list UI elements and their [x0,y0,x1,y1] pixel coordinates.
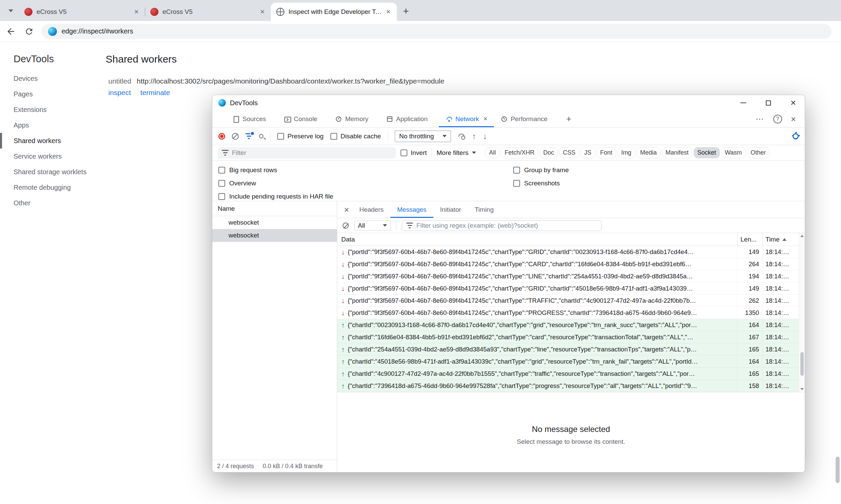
devtools-tab[interactable]: Performance [494,111,559,127]
scrollbar-thumb[interactable] [800,352,804,376]
back-button[interactable] [3,24,18,39]
browser-tab[interactable]: Inspect with Edge Developer Tools × [271,3,397,21]
websocket-message-row[interactable]: {"portId":"9f3f5697-60b4-46b7-8e60-89f4b… [337,270,805,283]
request-type-chip[interactable]: All [485,147,500,158]
close-devtools-icon[interactable]: × [791,115,796,124]
request-type-chip[interactable]: Socket [694,147,720,158]
websocket-message-row[interactable]: {"chartId":"16fd6e04-8384-4bb5-b91f-ebd3… [337,331,805,343]
column-data[interactable]: Data [337,233,738,246]
group-by-frame-option[interactable]: Group by frame [513,163,569,177]
more-filters-dropdown[interactable]: More filters [437,149,476,157]
invert-option[interactable]: Invert [400,149,427,157]
websocket-message-row[interactable]: {"portId":"9f3f5697-60b4-46b7-8e60-89f4b… [337,246,805,258]
tab-search-button[interactable] [4,4,18,18]
tab-close-icon[interactable]: × [383,7,393,17]
websocket-message-row[interactable]: {"portId":"9f3f5697-60b4-46b7-8e60-89f4b… [337,258,805,270]
detail-tab[interactable]: Headers [353,201,390,218]
detail-tab[interactable]: Timing [468,201,500,218]
browser-tab[interactable]: eCross V5 × [145,3,271,21]
search-icon[interactable] [259,134,263,138]
request-type-chip[interactable]: CSS [559,147,579,158]
disable-cache-checkbox[interactable] [330,133,337,140]
tab-close-icon[interactable]: × [257,7,268,17]
overview-checkbox[interactable] [218,180,225,187]
screenshots-option[interactable]: Screenshots [513,177,569,190]
export-har-icon[interactable]: ↑ [472,132,476,140]
websocket-message-row[interactable]: {"chartId":"7396418d-a675-46dd-9b60-964e… [337,380,805,392]
big-request-rows-checkbox[interactable] [218,167,225,174]
browser-tab[interactable]: eCross V5 × [19,3,145,21]
filter-input[interactable] [232,149,392,157]
request-type-chip[interactable]: Other [747,147,770,158]
settings-gear-icon[interactable] [793,133,799,139]
inspect-link[interactable]: inspect [108,89,131,97]
request-type-chip[interactable]: Fetch/XHR [501,147,538,158]
throttling-select[interactable]: No throttling [395,130,451,142]
request-type-chip[interactable]: Manifest [662,147,692,158]
requests-name-header[interactable]: Name [212,201,337,216]
omnibox[interactable]: edge://inspect/#workers [41,24,831,39]
group-by-frame-checkbox[interactable] [513,167,520,174]
close-icon[interactable]: × [791,98,796,108]
devtools-tab[interactable]: Memory [328,111,379,127]
maximize-icon[interactable] [766,101,771,106]
scroll-down-icon[interactable] [800,388,804,390]
invert-checkbox[interactable] [400,149,407,156]
message-type-select[interactable]: All [354,220,391,231]
screenshots-checkbox[interactable] [513,180,520,187]
filter-field[interactable] [218,147,396,159]
websocket-message-row[interactable]: {"portId":"9f3f5697-60b4-46b7-8e60-89f4b… [337,283,805,294]
refresh-button[interactable] [22,24,37,39]
websocket-message-row[interactable]: {"chartId":"45018e56-98b9-471f-adf1-a3f9… [337,356,805,368]
request-type-chip[interactable]: Img [618,147,635,158]
devtools-titlebar[interactable]: DevTools × [212,95,805,111]
messages-scrollbar[interactable] [799,233,805,392]
terminate-link[interactable]: terminate [140,89,170,97]
request-type-chip[interactable]: Wasm [721,147,745,158]
websocket-message-row[interactable]: {"chartId":"4c900127-47d2-497a-ac4d-22f0… [337,368,805,380]
detail-tab[interactable]: Initiator [433,201,468,218]
add-panel-button[interactable]: + [566,114,571,124]
websocket-message-row[interactable]: {"chartId":"254a4551-039d-4bd2-ae59-d8d9… [337,343,805,356]
detail-tab[interactable]: Messages [390,201,433,218]
minimize-icon[interactable] [740,103,746,103]
regex-filter-input[interactable] [416,222,597,229]
websocket-message-row[interactable]: {"portId":"9f3f5697-60b4-46b7-8e60-89f4b… [337,307,805,319]
overview-option[interactable]: Overview [218,177,333,190]
request-row[interactable]: websocket [212,229,337,242]
new-tab-button[interactable]: + [399,4,413,18]
import-har-icon[interactable]: ↓ [483,132,487,140]
websocket-message-row[interactable]: {"chartId":"00230913-f168-4c66-87f0-da6b… [337,319,805,331]
preserve-log-checkbox[interactable] [277,133,284,140]
close-detail-icon[interactable]: × [344,205,349,214]
network-conditions-icon[interactable] [458,133,465,140]
filter-toggle-icon[interactable] [245,133,252,139]
request-type-chip[interactable]: Font [597,147,616,158]
preserve-log-option[interactable]: Preserve log [277,132,324,140]
request-type-chip[interactable]: Doc [540,147,558,158]
request-row[interactable]: websocket [212,216,337,229]
request-type-chip[interactable]: Media [636,147,660,158]
record-button[interactable] [218,133,225,140]
big-request-rows-option[interactable]: Big request rows [218,163,333,177]
regex-filter-field[interactable] [402,220,602,231]
more-options-icon[interactable]: ⋯ [756,114,765,124]
devtools-tab[interactable]: Console [277,111,329,127]
disable-cache-option[interactable]: Disable cache [330,132,381,140]
help-icon[interactable]: ? [773,115,782,124]
clear-icon[interactable] [232,133,239,140]
tab-close-icon[interactable]: × [483,115,487,123]
clear-messages-icon[interactable] [343,222,349,229]
column-length[interactable]: Len... [738,233,763,246]
request-type-chip[interactable]: JS [581,147,595,158]
column-time[interactable]: Time [763,233,799,246]
har-option[interactable]: Include pending requests in HAR file [218,190,333,203]
devtools-tab[interactable]: Network × [439,111,494,127]
page-scrollbar-thumb[interactable] [836,457,840,483]
har-checkbox[interactable] [218,193,225,200]
websocket-message-row[interactable]: {"portId":"9f3f5697-60b4-46b7-8e60-89f4b… [337,294,805,307]
scroll-up-icon[interactable] [800,235,804,237]
tab-close-icon[interactable]: × [131,7,141,17]
devtools-tab[interactable]: Sources [226,111,277,127]
devtools-tab[interactable]: Application [379,111,439,127]
